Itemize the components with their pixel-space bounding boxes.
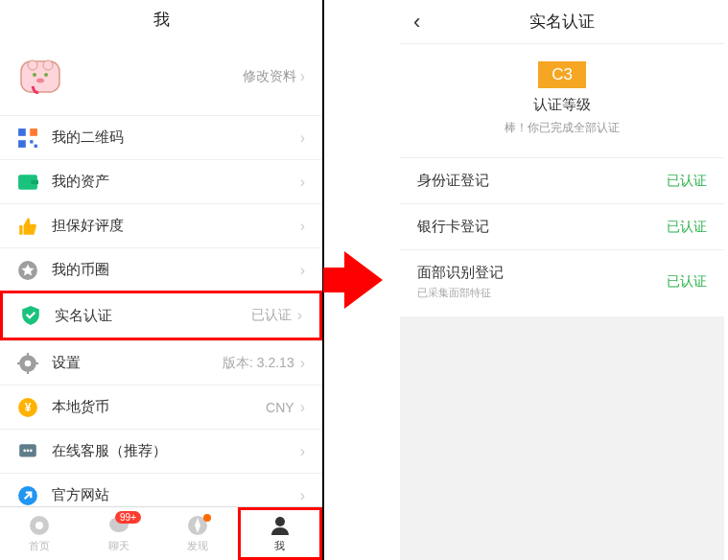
svg-rect-18 <box>17 362 21 363</box>
chevron-right-icon: › <box>300 400 305 415</box>
svg-point-1 <box>28 60 37 70</box>
page-title: 实名认证 <box>436 11 688 33</box>
menu-currency[interactable]: ¥ 本地货币 CNY› <box>0 385 322 429</box>
menu-website[interactable]: 官方网站 › <box>0 473 322 506</box>
verify-subtitle: 已采集面部特征 <box>417 286 667 300</box>
verify-status: 已认证 <box>667 173 707 190</box>
wallet-icon <box>17 172 38 193</box>
svg-rect-7 <box>30 128 37 136</box>
notification-dot <box>203 514 211 522</box>
svg-point-28 <box>35 522 43 529</box>
chevron-right-icon: › <box>300 356 305 371</box>
star-icon <box>17 260 38 281</box>
chevron-right-icon: › <box>300 219 305 234</box>
header: ‹ 实名认证 <box>400 0 724 44</box>
menu-rating[interactable]: 担保好评度 › <box>0 203 322 247</box>
menu-label: 我的二维码 <box>52 128 124 147</box>
tab-home[interactable]: 首页 <box>0 507 80 560</box>
link-icon <box>17 485 38 506</box>
tab-discover[interactable]: 发现 <box>158 507 238 560</box>
tab-me[interactable]: 我 <box>238 507 323 560</box>
currency-icon: ¥ <box>17 397 38 418</box>
empty-area <box>400 316 724 560</box>
svg-rect-12 <box>31 179 38 183</box>
page-title: 我 <box>0 0 322 38</box>
svg-point-4 <box>44 73 48 77</box>
menu-assets[interactable]: 我的资产 › <box>0 159 322 203</box>
menu-label: 设置 <box>52 354 81 372</box>
profile-screen: 我 修改资料 › 我的二维码 › 我的资产 › 担保好评 <box>0 0 324 560</box>
svg-rect-6 <box>18 128 26 136</box>
svg-rect-10 <box>35 144 37 147</box>
tabbar: 首页 99+ 聊天 发现 我 <box>0 506 322 560</box>
edit-profile-label: 修改资料 <box>243 68 296 85</box>
svg-point-23 <box>23 449 26 452</box>
svg-point-5 <box>36 79 44 83</box>
svg-point-24 <box>27 449 30 452</box>
arrow-right-icon <box>344 251 383 309</box>
back-button[interactable]: ‹ <box>413 10 436 35</box>
chevron-right-icon: › <box>300 263 305 278</box>
chevron-right-icon: › <box>300 444 305 459</box>
verify-status: 已认证 <box>667 219 707 236</box>
chevron-right-icon: › <box>300 175 305 190</box>
tab-chat[interactable]: 99+ 聊天 <box>80 507 159 560</box>
chevron-right-icon: › <box>297 308 302 323</box>
tab-label: 首页 <box>29 539 50 553</box>
verify-title: 身份证登记 <box>417 172 667 190</box>
svg-point-31 <box>275 517 285 526</box>
avatar <box>17 54 63 100</box>
chevron-right-icon: › <box>300 488 305 503</box>
chevron-right-icon: › <box>300 130 305 146</box>
verify-title: 面部识别登记 <box>417 264 667 282</box>
qrcode-icon <box>17 128 38 149</box>
svg-point-3 <box>33 73 36 77</box>
svg-text:¥: ¥ <box>25 401 32 414</box>
shield-check-icon <box>20 305 41 326</box>
chevron-right-icon: › <box>300 69 305 84</box>
verification-screen: ‹ 实名认证 C3 认证等级 棒！你已完成全部认证 身份证登记 已认证 银行卡登… <box>400 0 724 560</box>
menu-right-text: CNY <box>266 400 294 415</box>
svg-point-25 <box>30 449 33 452</box>
menu-list: 我的二维码 › 我的资产 › 担保好评度 › 我的币圈 › 实名认证 已 <box>0 115 322 506</box>
chat-icon <box>17 441 38 462</box>
tab-label: 我 <box>274 539 285 553</box>
cert-level-label: 认证等级 <box>400 96 724 114</box>
menu-coin-circle[interactable]: 我的币圈 › <box>0 247 322 292</box>
verify-bank-card[interactable]: 银行卡登记 已认证 <box>400 203 724 249</box>
menu-verification[interactable]: 实名认证 已认证› <box>0 291 322 340</box>
arrow-indicator <box>324 0 402 560</box>
svg-rect-17 <box>27 369 29 373</box>
menu-label: 实名认证 <box>55 307 112 325</box>
profile-row[interactable]: 修改资料 › <box>0 38 322 115</box>
svg-rect-9 <box>30 140 33 143</box>
svg-point-2 <box>43 60 53 70</box>
verify-face[interactable]: 面部识别登记 已采集面部特征 已认证 <box>400 249 724 314</box>
svg-point-15 <box>25 360 32 366</box>
cert-level-badge: C3 <box>538 61 586 88</box>
menu-label: 担保好评度 <box>52 217 124 235</box>
svg-rect-19 <box>35 362 38 363</box>
menu-label: 我的币圈 <box>52 261 109 279</box>
edit-profile-link[interactable]: 修改资料 › <box>243 68 305 85</box>
menu-label: 本地货币 <box>52 398 109 416</box>
person-icon <box>269 514 292 537</box>
menu-qrcode[interactable]: 我的二维码 › <box>0 115 322 159</box>
svg-rect-0 <box>21 61 59 92</box>
menu-right-text: 已认证 <box>251 307 292 324</box>
tab-label: 发现 <box>187 539 208 553</box>
verify-id-card[interactable]: 身份证登记 已认证 <box>400 157 724 203</box>
svg-rect-8 <box>18 140 26 148</box>
menu-settings[interactable]: 设置 版本: 3.2.13› <box>0 340 322 385</box>
verify-status: 已认证 <box>667 273 707 291</box>
gear-icon <box>17 353 38 374</box>
cert-summary: C3 认证等级 棒！你已完成全部认证 <box>400 44 724 157</box>
tab-label: 聊天 <box>108 539 129 553</box>
menu-right-text: 版本: 3.2.13 <box>223 355 294 372</box>
menu-label: 官方网站 <box>52 486 109 504</box>
menu-label: 在线客服（推荐） <box>52 442 167 460</box>
menu-support[interactable]: 在线客服（推荐） › <box>0 429 322 473</box>
home-icon <box>28 514 51 537</box>
verify-title: 银行卡登记 <box>417 218 667 236</box>
thumb-up-icon <box>17 216 38 237</box>
